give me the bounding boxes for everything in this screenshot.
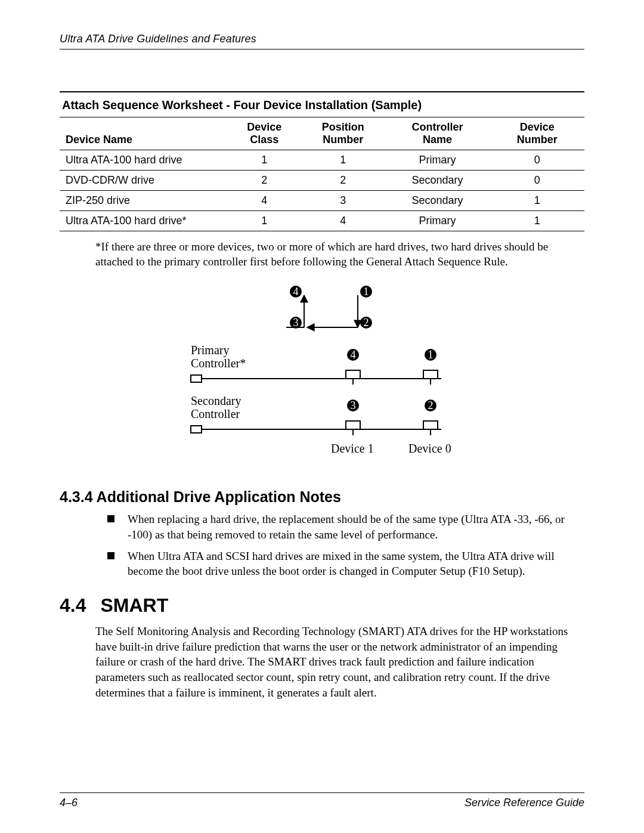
guide-title: Service Reference Guide	[465, 797, 584, 809]
table-row: Ultra ATA-100 hard drive 1 1 Primary 0	[60, 150, 584, 171]
page-number: 4–6	[60, 797, 78, 809]
svg-text:4: 4	[351, 349, 356, 361]
svg-text:3: 3	[351, 400, 356, 411]
svg-rect-16	[346, 370, 360, 379]
table-row: DVD-CDR/W drive 2 2 Secondary 0	[60, 171, 584, 191]
svg-text:4: 4	[293, 286, 299, 298]
svg-rect-14	[191, 375, 202, 382]
col-device-name: Device Name	[60, 117, 228, 150]
svg-text:1: 1	[428, 349, 434, 361]
page-footer: 4–6 Service Reference Guide	[60, 788, 584, 809]
col-device-number: Device Number	[490, 117, 584, 150]
running-header: Ultra ATA Drive Guidelines and Features	[60, 33, 584, 45]
svg-rect-28	[346, 421, 360, 429]
heading-4-4-title: SMART	[100, 594, 168, 617]
svg-text:Primary: Primary	[191, 343, 229, 357]
application-notes-list: When replacing a hard drive, the replace…	[107, 512, 584, 579]
svg-text:Controller*: Controller*	[191, 357, 246, 370]
table-row: Ultra ATA-100 hard drive* 1 4 Primary 1	[60, 211, 584, 231]
svg-text:Device 0: Device 0	[408, 442, 451, 455]
svg-text:Device 1: Device 1	[331, 442, 374, 455]
heading-4-3-4: 4.3.4 Additional Drive Application Notes	[60, 488, 584, 506]
svg-text:2: 2	[364, 317, 369, 329]
table-row: ZIP-250 drive 4 3 Secondary 1	[60, 191, 584, 211]
list-item: When replacing a hard drive, the replace…	[107, 512, 584, 542]
worksheet-block: Attach Sequence Worksheet - Four Device …	[60, 91, 584, 231]
svg-text:3: 3	[293, 317, 299, 329]
svg-text:2: 2	[428, 400, 434, 411]
worksheet-footnote: *If there are three or more devices, two…	[95, 240, 584, 269]
svg-rect-26	[191, 426, 202, 433]
svg-rect-18	[423, 370, 438, 379]
list-item: When Ultra ATA and SCSI hard drives are …	[107, 549, 584, 579]
header-rule	[60, 49, 584, 49]
heading-4-4-number: 4.4	[60, 594, 86, 617]
col-device-class: Device Class	[228, 117, 301, 150]
svg-rect-30	[423, 421, 438, 429]
svg-text:Controller: Controller	[191, 407, 240, 420]
col-position-number: Position Number	[301, 117, 385, 150]
svg-text:Secondary: Secondary	[191, 394, 241, 408]
svg-text:1: 1	[364, 286, 369, 298]
worksheet-table: Device Name Device Class Position Number…	[60, 117, 584, 231]
attach-sequence-diagram: 4 1 3 2 Primary Controller* 4 1	[167, 280, 477, 470]
footer-rule	[60, 792, 584, 793]
smart-body: The Self Monitoring Analysis and Recordi…	[95, 624, 584, 700]
worksheet-title: Attach Sequence Worksheet - Four Device …	[60, 91, 584, 117]
col-controller-name: Controller Name	[385, 117, 490, 150]
